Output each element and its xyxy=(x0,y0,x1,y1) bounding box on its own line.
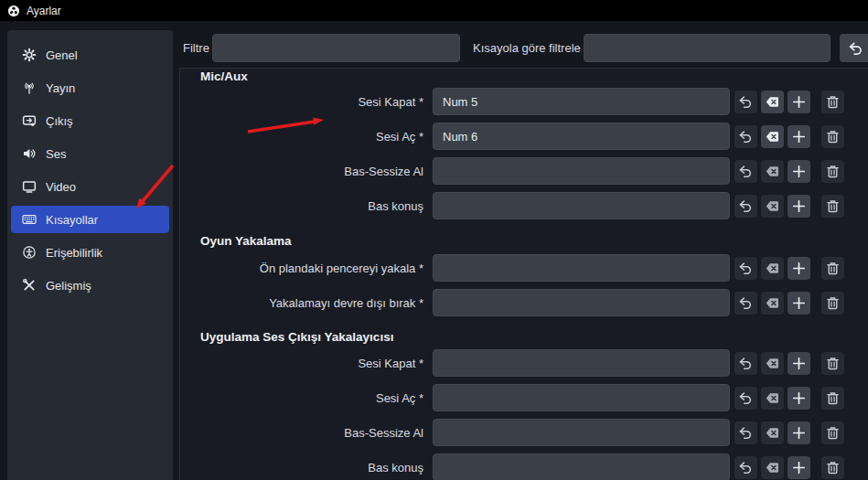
hotkey-input[interactable] xyxy=(433,123,730,150)
delete-button[interactable] xyxy=(821,421,844,444)
filter-input[interactable] xyxy=(212,34,460,62)
delete-button[interactable] xyxy=(821,352,844,375)
hotkey-input[interactable] xyxy=(433,157,730,185)
add-button[interactable] xyxy=(788,292,810,315)
backspace-icon xyxy=(765,425,780,441)
hotkey-input[interactable] xyxy=(433,289,730,316)
plus-icon xyxy=(791,94,807,110)
sidebar-item-label: Ses xyxy=(46,147,66,161)
sidebar-item-gelismis[interactable]: Gelişmiş xyxy=(11,272,169,299)
backspace-icon xyxy=(765,356,780,371)
revert-button[interactable] xyxy=(734,352,757,375)
add-button[interactable] xyxy=(788,387,810,410)
delete-button[interactable] xyxy=(821,160,844,183)
hotkey-input[interactable] xyxy=(433,254,730,282)
hotkey-label: Yakalamayı devre dışı bırak * xyxy=(180,296,423,310)
section-header-game-capture: Oyun Yakalama xyxy=(200,234,868,249)
keyboard-icon xyxy=(22,212,37,227)
clear-button[interactable] xyxy=(761,125,784,148)
section-header-app-audio-capture: Uygulama Ses Çıkışı Yakalayıcısı xyxy=(200,330,868,345)
hotkey-row-push-to-mute: Bas-Sessize Al xyxy=(180,157,868,185)
revert-button[interactable] xyxy=(734,421,757,444)
revert-button[interactable] xyxy=(734,292,757,315)
filter-label: Filtre xyxy=(183,34,209,62)
section-header-mic-aux: Mic/Aux xyxy=(200,69,868,84)
backspace-icon xyxy=(765,164,780,179)
sidebar-item-video[interactable]: Video xyxy=(11,173,169,200)
clear-button[interactable] xyxy=(761,160,784,183)
trash-icon xyxy=(825,425,841,441)
window-title: Ayarlar xyxy=(27,5,61,17)
trash-icon xyxy=(825,198,841,214)
delete-button[interactable] xyxy=(821,195,844,218)
revert-button[interactable] xyxy=(734,456,757,479)
hotkey-input[interactable] xyxy=(433,384,730,411)
clear-button[interactable] xyxy=(761,352,784,375)
trash-icon xyxy=(825,261,841,276)
add-button[interactable] xyxy=(788,160,810,183)
obs-settings-window: { "window": { "title": "Ayarlar" }, "col… xyxy=(0,0,868,480)
hotkey-row-capture-foreground: Ön plandaki pencereyi yakala * xyxy=(180,254,868,282)
revert-button[interactable] xyxy=(734,257,757,280)
clear-button[interactable] xyxy=(761,456,784,479)
sidebar-item-label: Video xyxy=(46,180,76,194)
hotkey-row-mute: Sesi Kapat * xyxy=(180,88,868,115)
add-button[interactable] xyxy=(788,257,810,280)
hotkey-row-push-to-mute-2: Bas-Sessize Al xyxy=(180,419,868,446)
monitor-icon xyxy=(22,179,37,194)
hotkey-row-unmute: Sesi Aç * xyxy=(180,123,868,150)
revert-button[interactable] xyxy=(734,125,757,148)
hotkey-label: Bas konuş xyxy=(180,461,423,475)
delete-button[interactable] xyxy=(821,292,844,315)
hotkey-input[interactable] xyxy=(433,349,730,377)
sidebar-item-cikis[interactable]: Çıkış xyxy=(11,107,169,134)
add-button[interactable] xyxy=(788,125,810,148)
clear-button[interactable] xyxy=(761,292,784,315)
title-bar: Ayarlar xyxy=(0,0,868,21)
sidebar-item-label: Gelişmiş xyxy=(46,279,91,293)
undo-icon xyxy=(738,261,754,276)
hotkey-label: Sesi Kapat * xyxy=(180,357,423,370)
hotkey-input[interactable] xyxy=(433,453,730,480)
undo-icon xyxy=(738,94,754,110)
trash-icon xyxy=(825,295,841,311)
revert-button[interactable] xyxy=(734,160,757,183)
sidebar-item-label: Erişebilirlik xyxy=(46,246,102,260)
hotkey-input[interactable] xyxy=(433,419,730,446)
hotkey-label: Sesi Aç * xyxy=(180,130,423,144)
hotkey-row-deactivate-capture: Yakalamayı devre dışı bırak * xyxy=(180,289,868,316)
backspace-icon xyxy=(765,460,780,475)
add-button[interactable] xyxy=(788,195,810,218)
sidebar-item-ses[interactable]: Ses xyxy=(11,140,169,167)
filter-bar: Filtre Kısayola göre filtrele xyxy=(0,34,868,62)
clear-button[interactable] xyxy=(761,195,784,218)
add-button[interactable] xyxy=(788,352,810,375)
hotkey-input[interactable] xyxy=(433,192,730,219)
trash-icon xyxy=(825,356,841,371)
revert-button[interactable] xyxy=(734,91,757,113)
add-button[interactable] xyxy=(788,456,810,479)
revert-button[interactable] xyxy=(734,195,757,218)
hotkey-filter-input[interactable] xyxy=(584,34,830,62)
clear-button[interactable] xyxy=(761,387,784,410)
sidebar-item-erisebilirlik[interactable]: Erişebilirlik xyxy=(11,239,169,266)
hotkey-input[interactable] xyxy=(433,88,730,115)
revert-button[interactable] xyxy=(734,387,757,410)
sidebar-item-kisayollar[interactable]: Kısayollar xyxy=(11,206,169,233)
clear-button[interactable] xyxy=(761,91,784,113)
discard-changes-button[interactable] xyxy=(840,34,868,62)
sidebar-item-yayin[interactable]: Yayın xyxy=(11,74,169,101)
speaker-icon xyxy=(22,146,37,161)
add-button[interactable] xyxy=(788,421,810,444)
clear-button[interactable] xyxy=(761,421,784,444)
delete-button[interactable] xyxy=(821,257,844,280)
clear-button[interactable] xyxy=(761,257,784,280)
add-button[interactable] xyxy=(788,91,810,113)
trash-icon xyxy=(825,460,841,475)
delete-button[interactable] xyxy=(821,125,844,148)
plus-icon xyxy=(791,164,807,179)
delete-button[interactable] xyxy=(821,456,844,479)
delete-button[interactable] xyxy=(821,387,844,410)
undo-icon xyxy=(738,356,754,371)
delete-button[interactable] xyxy=(821,91,844,113)
